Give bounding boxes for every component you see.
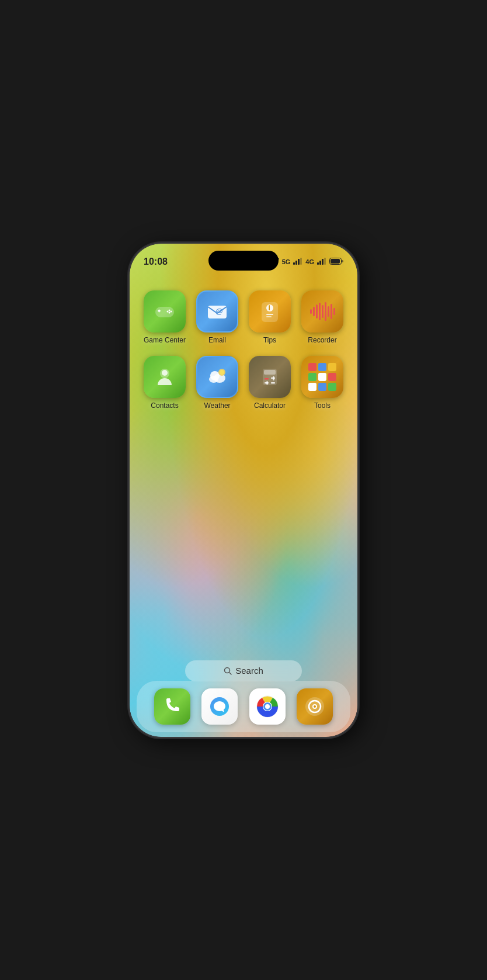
app-label-game-center: Game Center [144, 336, 186, 344]
4g-icon: 4G [305, 258, 314, 265]
status-time: 10:08 [144, 257, 168, 267]
chrome-icon [255, 694, 280, 719]
dock-app-phone[interactable] [154, 688, 190, 725]
svg-rect-38 [266, 381, 268, 385]
svg-text:i: i [269, 304, 270, 312]
signal-bars2-icon [317, 258, 326, 266]
svg-rect-39 [271, 382, 275, 384]
svg-point-50 [314, 705, 316, 708]
svg-rect-6 [322, 259, 323, 265]
phone-screen: 10:08 5G [130, 244, 357, 737]
svg-point-15 [171, 310, 172, 312]
dynamic-island [208, 251, 279, 271]
app-label-calculator: Calculator [254, 401, 286, 410]
search-bar[interactable]: Search [185, 660, 302, 681]
phone-frame: 10:08 5G [130, 244, 357, 737]
svg-point-26 [162, 370, 168, 376]
svg-rect-5 [319, 261, 321, 265]
app-icon-weather[interactable] [196, 356, 238, 398]
tools-grid-icon [304, 358, 341, 396]
svg-rect-33 [264, 370, 276, 375]
app-item-calculator[interactable]: Calculator [246, 356, 293, 410]
phone-icon [162, 696, 183, 717]
app-item-game-center[interactable]: Game Center [141, 290, 188, 344]
app-icon-tips[interactable]: i [249, 290, 291, 333]
app-item-tips[interactable]: i Tips [246, 290, 293, 344]
svg-rect-0 [293, 262, 295, 265]
app-icon-recorder[interactable] [301, 290, 343, 333]
svg-rect-34 [265, 378, 269, 380]
svg-point-31 [220, 370, 224, 375]
dock-app-chrome[interactable] [249, 688, 286, 725]
svg-rect-13 [159, 309, 160, 312]
signal-bars-icon [293, 258, 302, 266]
svg-rect-3 [300, 258, 302, 265]
recorder-waves-icon [310, 302, 335, 321]
dock-app-messages[interactable] [201, 688, 238, 725]
svg-rect-2 [298, 259, 300, 265]
svg-point-16 [167, 310, 169, 312]
app-label-tips: Tips [263, 336, 276, 344]
svg-text:@: @ [215, 307, 223, 316]
messages-icon [208, 695, 231, 718]
app-label-recorder: Recorder [308, 336, 336, 344]
app-icon-tools[interactable] [301, 356, 343, 398]
app-item-contacts[interactable]: Contacts [141, 356, 188, 410]
svg-rect-4 [317, 262, 319, 265]
svg-point-17 [169, 311, 171, 313]
app-item-email[interactable]: @ Email [194, 290, 241, 344]
svg-point-40 [225, 667, 230, 673]
app-label-email: Email [208, 336, 226, 344]
findmy-icon [304, 695, 326, 718]
app-item-weather[interactable]: Weather [194, 356, 241, 410]
svg-rect-1 [295, 261, 297, 265]
svg-rect-9 [342, 260, 343, 262]
svg-rect-23 [266, 314, 273, 315]
app-item-recorder[interactable]: Recorder [299, 290, 346, 344]
svg-rect-7 [324, 258, 326, 265]
app-icon-game-center[interactable] [144, 290, 186, 333]
dock-app-findmy[interactable] [297, 688, 333, 725]
search-icon [224, 667, 232, 675]
svg-rect-36 [273, 376, 274, 380]
dock [137, 681, 350, 732]
app-grid: Game Center @ Email [130, 285, 357, 415]
svg-rect-10 [331, 259, 340, 264]
app-label-tools: Tools [314, 401, 331, 410]
app-icon-email[interactable]: @ [196, 290, 238, 333]
app-item-tools[interactable]: Tools [299, 356, 346, 410]
svg-point-29 [209, 376, 218, 383]
battery-icon [329, 258, 343, 266]
app-label-contacts: Contacts [151, 401, 178, 410]
svg-rect-24 [266, 316, 272, 317]
5g-icon: 5G [282, 258, 291, 265]
svg-point-46 [265, 704, 270, 709]
app-icon-calculator[interactable] [249, 356, 291, 398]
svg-point-14 [169, 309, 171, 311]
status-icons: 5G 4G [270, 258, 343, 266]
app-icon-contacts[interactable] [144, 356, 186, 398]
app-label-weather: Weather [204, 401, 230, 410]
search-label: Search [235, 666, 263, 676]
